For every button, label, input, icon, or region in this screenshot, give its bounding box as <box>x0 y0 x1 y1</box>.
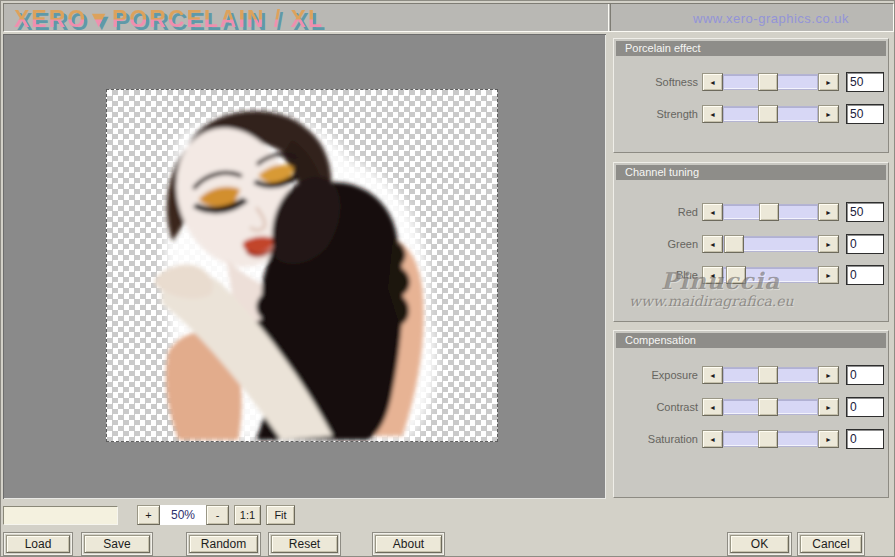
slider-label: Saturation <box>614 433 698 445</box>
slider-thumb[interactable] <box>758 366 778 384</box>
slider-right-arrow-icon[interactable]: ► <box>818 430 839 448</box>
slider-label: Green <box>614 238 698 250</box>
load-button[interactable]: Load <box>6 535 70 553</box>
slider-right-arrow-icon[interactable]: ► <box>818 203 839 221</box>
plugin-window: XERO▼PORCELAIN / XL XERO▼PORCELAIN / XL … <box>0 0 895 557</box>
slider-left-arrow-icon[interactable]: ◄ <box>702 366 723 384</box>
zoom-one-to-one-button[interactable]: 1:1 <box>234 505 261 525</box>
slider-label: Exposure <box>614 369 698 381</box>
save-button-frame: Save <box>81 532 153 556</box>
slider-right-arrow-icon[interactable]: ► <box>818 235 839 253</box>
cancel-button[interactable]: Cancel <box>800 535 862 553</box>
slider-value-input[interactable] <box>846 397 884 417</box>
slider-track[interactable] <box>723 236 818 252</box>
zoom-fit-button[interactable]: Fit <box>266 505 295 525</box>
slider-row-green: Green ◄ ► <box>614 235 888 253</box>
cancel-button-frame: Cancel <box>797 532 865 556</box>
slider-track[interactable] <box>723 399 818 415</box>
slider-right-arrow-icon[interactable]: ► <box>818 73 839 91</box>
group-compensation: Compensation Exposure ◄ ► Contrast ◄ ► S… <box>613 330 889 498</box>
about-button[interactable]: About <box>375 535 442 553</box>
slider-thumb[interactable] <box>758 73 778 91</box>
random-button-frame: Random <box>186 532 261 556</box>
slider-row-red: Red ◄ ► <box>614 203 888 221</box>
slider-left-arrow-icon[interactable]: ◄ <box>702 105 723 123</box>
reset-button-frame: Reset <box>268 532 341 556</box>
slider-value-input[interactable] <box>846 365 884 385</box>
slider-label: Softness <box>614 76 698 88</box>
slider-label: Strength <box>614 108 698 120</box>
zoom-in-button[interactable]: + <box>137 505 160 525</box>
slider-row-exposure: Exposure ◄ ► <box>614 366 888 384</box>
random-button[interactable]: Random <box>189 535 258 553</box>
group-header: Channel tuning <box>616 165 886 180</box>
slider-left-arrow-icon[interactable]: ◄ <box>702 398 723 416</box>
slider-track[interactable] <box>723 367 818 383</box>
slider-left-arrow-icon[interactable]: ◄ <box>702 430 723 448</box>
preview-image-area[interactable] <box>106 89 498 442</box>
slider-thumb[interactable] <box>758 398 778 416</box>
app-logo-text: XERO▼PORCELAIN / XL <box>14 6 324 33</box>
slider-left-arrow-icon[interactable]: ◄ <box>702 203 723 221</box>
slider-row-strength: Strength ◄ ► <box>614 105 888 123</box>
reset-button[interactable]: Reset <box>271 535 338 553</box>
watermark-name: Pinuccia <box>661 267 780 294</box>
slider-right-arrow-icon[interactable]: ► <box>818 398 839 416</box>
slider-row-saturation: Saturation ◄ ► <box>614 430 888 448</box>
slider-track[interactable] <box>723 106 818 122</box>
slider-right-arrow-icon[interactable]: ► <box>818 266 839 284</box>
slider-label: Red <box>614 206 698 218</box>
slider-value-input[interactable] <box>846 234 884 254</box>
ok-button[interactable]: OK <box>730 535 789 553</box>
slider-track[interactable] <box>723 204 818 220</box>
zoom-level-display: 50% <box>160 505 206 525</box>
slider-value-input[interactable] <box>846 429 884 449</box>
slider-row-softness: Softness ◄ ► <box>614 73 888 91</box>
group-header: Porcelain effect <box>616 41 886 56</box>
slider-thumb[interactable] <box>758 105 778 123</box>
slider-label: Contrast <box>614 401 698 413</box>
slider-left-arrow-icon[interactable]: ◄ <box>702 235 723 253</box>
slider-thumb[interactable] <box>758 430 778 448</box>
slider-value-input[interactable] <box>846 72 884 92</box>
slider-left-arrow-icon[interactable]: ◄ <box>702 73 723 91</box>
about-button-frame: About <box>372 532 445 556</box>
watermark-site: www.maidiragrafica.eu <box>629 293 794 309</box>
zoom-out-button[interactable]: - <box>206 505 229 525</box>
preview-portrait <box>107 90 497 441</box>
slider-right-arrow-icon[interactable]: ► <box>818 366 839 384</box>
slider-value-input[interactable] <box>846 265 884 285</box>
slider-track[interactable] <box>723 74 818 90</box>
slider-right-arrow-icon[interactable]: ► <box>818 105 839 123</box>
ok-button-frame: OK <box>727 532 792 556</box>
progress-bar <box>3 506 118 525</box>
slider-row-contrast: Contrast ◄ ► <box>614 398 888 416</box>
slider-value-input[interactable] <box>846 202 884 222</box>
save-button[interactable]: Save <box>84 535 150 553</box>
group-header: Compensation <box>616 333 886 348</box>
titlebar-divider <box>608 4 611 31</box>
title-bar: XERO▼PORCELAIN / XL XERO▼PORCELAIN / XL … <box>3 3 894 32</box>
app-logo: XERO▼PORCELAIN / XL XERO▼PORCELAIN / XL <box>14 6 434 31</box>
slider-track[interactable] <box>723 431 818 447</box>
group-porcelain-effect: Porcelain effect Softness ◄ ► Strength ◄… <box>613 38 889 153</box>
load-button-frame: Load <box>3 532 73 556</box>
slider-thumb[interactable] <box>759 203 779 221</box>
preview-canvas <box>3 34 606 499</box>
vendor-url: www.xero-graphics.co.uk <box>693 11 849 26</box>
slider-value-input[interactable] <box>846 104 884 124</box>
slider-thumb[interactable] <box>724 235 744 253</box>
